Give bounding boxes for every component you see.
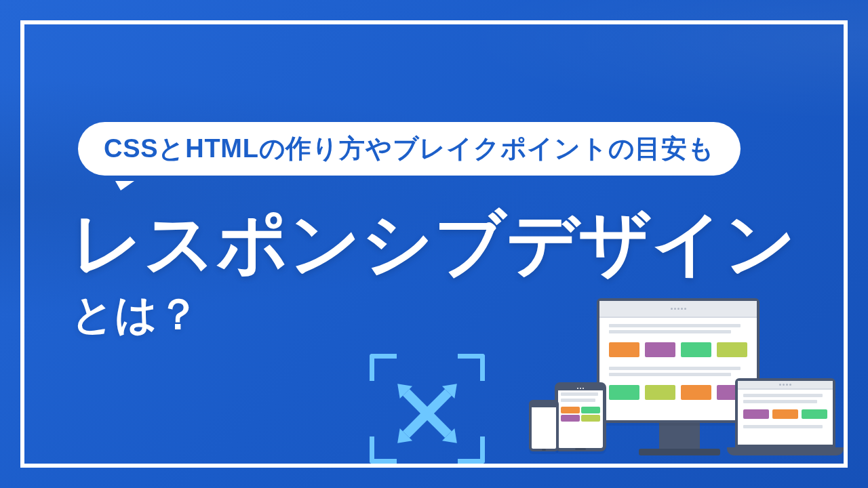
monitor-stand bbox=[659, 423, 700, 455]
subtitle-bubble: CSSとHTMLの作り方やブレイクポイントの目安も bbox=[78, 122, 741, 176]
fullscreen-expand-icon bbox=[370, 354, 485, 464]
tablet-icon bbox=[555, 382, 606, 451]
main-title: レスポンシブデザイン bbox=[71, 207, 827, 281]
phone-icon bbox=[529, 400, 559, 451]
responsive-devices-illustration bbox=[517, 278, 835, 461]
bubble-text: CSSとHTMLの作り方やブレイクポイントの目安も bbox=[104, 134, 715, 163]
laptop-base bbox=[727, 447, 844, 455]
laptop-icon bbox=[735, 378, 835, 447]
